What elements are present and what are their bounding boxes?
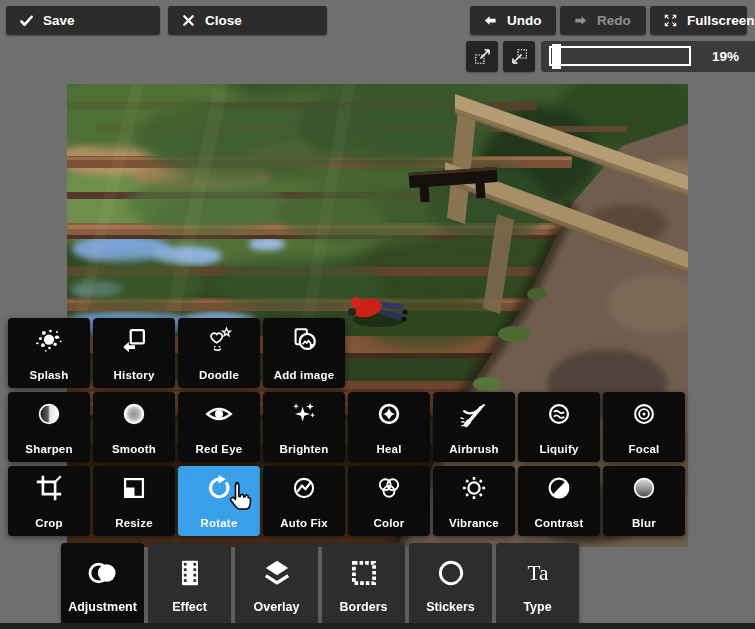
tool-red-eye[interactable]: Red Eye: [178, 392, 260, 462]
tool-label: Brighten: [263, 443, 345, 455]
tool-label: Rotate: [178, 517, 260, 529]
airbrush-icon: [459, 399, 489, 429]
tool-focal[interactable]: Focal: [603, 392, 685, 462]
auto-fix-icon: [289, 473, 319, 503]
zoom-level: 19%: [712, 41, 739, 72]
fullscreen-icon: [663, 13, 678, 28]
tool-label: Color: [348, 517, 430, 529]
toolbar-label: Borders: [322, 600, 405, 614]
zoom-slider-bar: 19%: [541, 41, 755, 72]
toolbar-label: Effect: [148, 600, 231, 614]
splash-icon: [34, 325, 64, 355]
tool-add-image[interactable]: Add image: [263, 318, 345, 388]
toolbar-borders[interactable]: Borders: [322, 543, 405, 625]
contrast-icon: [544, 473, 574, 503]
tool-heal[interactable]: Heal: [348, 392, 430, 462]
close-button-label: Close: [205, 13, 242, 28]
tool-crop[interactable]: Crop: [8, 466, 90, 536]
tool-label: Contrast: [518, 517, 600, 529]
brighten-icon: [289, 399, 319, 429]
tool-liquify[interactable]: Liquify: [518, 392, 600, 462]
toolbar-effect[interactable]: Effect: [148, 543, 231, 625]
borders-icon: [347, 556, 381, 590]
zoom-out-button[interactable]: [503, 41, 535, 72]
focal-icon: [629, 399, 659, 429]
toolbar-type[interactable]: Type: [496, 543, 579, 625]
tool-label: Focal: [603, 443, 685, 455]
overlay-icon: [260, 556, 294, 590]
undo-button[interactable]: Undo: [470, 6, 556, 35]
tool-label: Blur: [603, 517, 685, 529]
history-icon: [119, 325, 149, 355]
tool-label: Smooth: [93, 443, 175, 455]
tool-label: Splash: [8, 369, 90, 381]
type-icon: [521, 556, 555, 590]
tool-resize[interactable]: Resize: [93, 466, 175, 536]
tool-label: Vibrance: [433, 517, 515, 529]
vibrance-icon: [459, 473, 489, 503]
tool-airbrush[interactable]: Airbrush: [433, 392, 515, 462]
tool-color[interactable]: Color: [348, 466, 430, 536]
close-icon: [181, 13, 196, 28]
zoom-in-button[interactable]: [466, 41, 498, 72]
toolbar-overlay[interactable]: Overlay: [235, 543, 318, 625]
blur-icon: [629, 473, 659, 503]
adjustment-icon: [86, 556, 120, 590]
zoom-out-icon: [510, 47, 529, 66]
toolbar-label: Overlay: [235, 600, 318, 614]
toolbar-label: Type: [496, 600, 579, 614]
color-icon: [374, 473, 404, 503]
toolbar-adjustment[interactable]: Adjustment: [61, 543, 144, 625]
tool-label: Heal: [348, 443, 430, 455]
tool-rotate[interactable]: Rotate: [178, 466, 260, 536]
tool-label: Sharpen: [8, 443, 90, 455]
zoom-slider-handle[interactable]: [552, 44, 561, 69]
tool-auto-fix[interactable]: Auto Fix: [263, 466, 345, 536]
add-image-icon: [289, 325, 319, 355]
tool-splash[interactable]: Splash: [8, 318, 90, 388]
tool-sharpen[interactable]: Sharpen: [8, 392, 90, 462]
toolbar-label: Stickers: [409, 600, 492, 614]
tool-blur[interactable]: Blur: [603, 466, 685, 536]
redo-button[interactable]: Redo: [560, 6, 646, 35]
tool-smooth[interactable]: Smooth: [93, 392, 175, 462]
undo-arrow-icon: [483, 13, 498, 28]
toolbar-stickers[interactable]: Stickers: [409, 543, 492, 625]
fullscreen-button-label: Fullscreen: [687, 13, 755, 28]
stickers-icon: [434, 556, 468, 590]
heal-icon: [374, 399, 404, 429]
smooth-icon: [119, 399, 149, 429]
tool-doodle[interactable]: Doodle: [178, 318, 260, 388]
red-eye-icon: [204, 399, 234, 429]
bottom-edge-bar: [0, 623, 755, 629]
toolbar-label: Adjustment: [61, 600, 144, 614]
tool-label: Crop: [8, 517, 90, 529]
undo-button-label: Undo: [507, 13, 542, 28]
redo-arrow-icon: [573, 13, 588, 28]
save-button[interactable]: Save: [6, 6, 160, 35]
zoom-in-icon: [473, 47, 492, 66]
tool-vibrance[interactable]: Vibrance: [433, 466, 515, 536]
liquify-icon: [544, 399, 574, 429]
tool-label: Resize: [93, 517, 175, 529]
photo-editor-app: Save Close Undo Redo Fullscreen 19%: [0, 0, 755, 629]
sharpen-icon: [34, 399, 64, 429]
tool-label: History: [93, 369, 175, 381]
close-button[interactable]: Close: [168, 6, 327, 35]
tool-label: Liquify: [518, 443, 600, 455]
zoom-slider-track[interactable]: [549, 46, 691, 66]
tool-label: Red Eye: [178, 443, 260, 455]
redo-button-label: Redo: [597, 13, 631, 28]
tool-label: Auto Fix: [263, 517, 345, 529]
tool-contrast[interactable]: Contrast: [518, 466, 600, 536]
tool-label: Airbrush: [433, 443, 515, 455]
tool-brighten[interactable]: Brighten: [263, 392, 345, 462]
doodle-icon: [204, 325, 234, 355]
fullscreen-button[interactable]: Fullscreen: [650, 6, 747, 35]
check-icon: [19, 13, 34, 28]
save-button-label: Save: [43, 13, 75, 28]
rotate-icon: [204, 473, 234, 503]
tool-label: Add image: [263, 369, 345, 381]
crop-icon: [34, 473, 64, 503]
tool-history[interactable]: History: [93, 318, 175, 388]
